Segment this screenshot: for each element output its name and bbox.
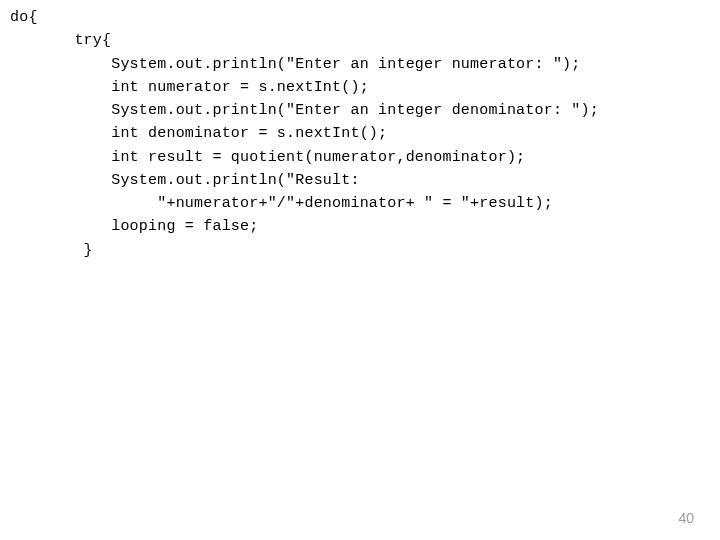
code-line: int numerator = s.nextInt(); xyxy=(10,79,369,96)
code-line: System.out.println("Enter an integer num… xyxy=(10,56,581,73)
code-line: try{ xyxy=(10,32,111,49)
code-line: } xyxy=(10,242,93,259)
code-line: int result = quotient(numerator,denomina… xyxy=(10,149,525,166)
page-number: 40 xyxy=(678,510,694,526)
code-line: looping = false; xyxy=(10,218,258,235)
code-line: "+numerator+"/"+denominator+ " = "+resul… xyxy=(10,195,553,212)
code-block: do{ try{ System.out.println("Enter an in… xyxy=(0,0,720,262)
code-line: System.out.println("Result: xyxy=(10,172,360,189)
code-line: do{ xyxy=(10,9,38,26)
code-line: int denominator = s.nextInt(); xyxy=(10,125,387,142)
code-line: System.out.println("Enter an integer den… xyxy=(10,102,599,119)
